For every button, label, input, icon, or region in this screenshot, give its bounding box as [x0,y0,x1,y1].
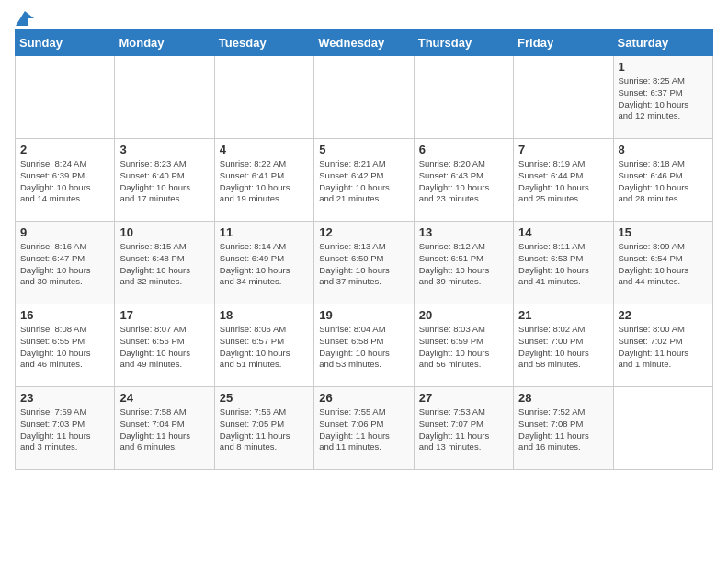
day-number: 13 [419,225,508,239]
day-cell: 25Sunrise: 7:56 AM Sunset: 7:05 PM Dayli… [214,387,313,470]
week-row-5: 23Sunrise: 7:59 AM Sunset: 7:03 PM Dayli… [16,387,713,470]
day-cell: 1Sunrise: 8:25 AM Sunset: 6:37 PM Daylig… [613,56,712,139]
day-info: Sunrise: 8:13 AM Sunset: 6:50 PM Dayligh… [319,241,408,288]
day-number: 10 [119,225,209,239]
day-number: 24 [119,391,209,405]
day-cell: 16Sunrise: 8:08 AM Sunset: 6:55 PM Dayli… [16,304,115,387]
day-number: 12 [319,225,408,239]
svg-marker-0 [16,11,34,26]
day-info: Sunrise: 8:09 AM Sunset: 6:54 PM Dayligh… [619,241,708,288]
day-info: Sunrise: 7:55 AM Sunset: 7:06 PM Dayligh… [319,407,408,454]
day-info: Sunrise: 8:18 AM Sunset: 6:46 PM Dayligh… [619,158,708,205]
day-cell: 9Sunrise: 8:16 AM Sunset: 6:47 PM Daylig… [16,222,115,304]
day-cell [16,56,115,139]
day-number: 27 [419,391,508,405]
day-cell: 21Sunrise: 8:02 AM Sunset: 7:00 PM Dayli… [514,304,613,387]
weekday-header-sunday: Sunday [16,30,115,56]
day-cell: 8Sunrise: 8:18 AM Sunset: 6:46 PM Daylig… [613,139,712,222]
day-number: 1 [619,60,708,74]
day-number: 7 [518,143,608,156]
day-cell [115,56,214,139]
day-info: Sunrise: 8:16 AM Sunset: 6:47 PM Dayligh… [20,241,109,288]
day-number: 11 [220,225,309,239]
day-cell: 20Sunrise: 8:03 AM Sunset: 6:59 PM Dayli… [414,304,513,387]
weekday-header-thursday: Thursday [414,30,513,56]
day-cell: 27Sunrise: 7:53 AM Sunset: 7:07 PM Dayli… [414,387,513,470]
day-cell: 6Sunrise: 8:20 AM Sunset: 6:43 PM Daylig… [414,139,513,222]
day-number: 28 [518,391,608,405]
day-info: Sunrise: 8:11 AM Sunset: 6:53 PM Dayligh… [518,241,608,288]
week-row-1: 1Sunrise: 8:25 AM Sunset: 6:37 PM Daylig… [16,56,713,139]
day-cell [613,387,712,470]
day-cell: 5Sunrise: 8:21 AM Sunset: 6:42 PM Daylig… [314,139,414,222]
day-number: 16 [20,308,109,322]
day-info: Sunrise: 8:06 AM Sunset: 6:57 PM Dayligh… [220,324,309,371]
day-number: 3 [119,143,209,156]
day-info: Sunrise: 8:08 AM Sunset: 6:55 PM Dayligh… [20,324,109,371]
weekday-header-saturday: Saturday [613,30,712,56]
day-number: 21 [518,308,608,322]
day-number: 19 [319,308,408,322]
day-number: 8 [619,143,708,156]
header [15,15,713,22]
day-info: Sunrise: 8:02 AM Sunset: 7:00 PM Dayligh… [518,324,608,371]
day-cell: 13Sunrise: 8:12 AM Sunset: 6:51 PM Dayli… [414,222,513,304]
day-info: Sunrise: 8:14 AM Sunset: 6:49 PM Dayligh… [220,241,309,288]
day-info: Sunrise: 8:07 AM Sunset: 6:56 PM Dayligh… [119,324,209,371]
day-cell: 19Sunrise: 8:04 AM Sunset: 6:58 PM Dayli… [314,304,414,387]
day-number: 15 [619,225,708,239]
day-cell: 15Sunrise: 8:09 AM Sunset: 6:54 PM Dayli… [613,222,712,304]
calendar-table: SundayMondayTuesdayWednesdayThursdayFrid… [15,29,713,470]
day-info: Sunrise: 7:52 AM Sunset: 7:08 PM Dayligh… [518,407,608,454]
logo-icon [16,11,34,26]
day-cell: 12Sunrise: 8:13 AM Sunset: 6:50 PM Dayli… [314,222,414,304]
day-info: Sunrise: 8:03 AM Sunset: 6:59 PM Dayligh… [419,324,508,371]
week-row-2: 2Sunrise: 8:24 AM Sunset: 6:39 PM Daylig… [16,139,713,222]
day-number: 2 [20,143,109,156]
day-number: 5 [319,143,408,156]
day-info: Sunrise: 8:23 AM Sunset: 6:40 PM Dayligh… [119,158,209,205]
day-cell: 26Sunrise: 7:55 AM Sunset: 7:06 PM Dayli… [314,387,414,470]
day-cell: 17Sunrise: 8:07 AM Sunset: 6:56 PM Dayli… [115,304,214,387]
day-number: 14 [518,225,608,239]
day-cell: 22Sunrise: 8:00 AM Sunset: 7:02 PM Dayli… [613,304,712,387]
day-number: 26 [319,391,408,405]
day-cell [514,56,613,139]
day-number: 25 [220,391,309,405]
day-info: Sunrise: 8:21 AM Sunset: 6:42 PM Dayligh… [319,158,408,205]
day-cell: 24Sunrise: 7:58 AM Sunset: 7:04 PM Dayli… [115,387,214,470]
logo [15,15,34,22]
weekday-header-row: SundayMondayTuesdayWednesdayThursdayFrid… [16,30,713,56]
day-info: Sunrise: 7:59 AM Sunset: 7:03 PM Dayligh… [20,407,109,454]
day-info: Sunrise: 7:56 AM Sunset: 7:05 PM Dayligh… [220,407,309,454]
week-row-3: 9Sunrise: 8:16 AM Sunset: 6:47 PM Daylig… [16,222,713,304]
day-cell: 3Sunrise: 8:23 AM Sunset: 6:40 PM Daylig… [115,139,214,222]
day-cell: 2Sunrise: 8:24 AM Sunset: 6:39 PM Daylig… [16,139,115,222]
day-info: Sunrise: 8:24 AM Sunset: 6:39 PM Dayligh… [20,158,109,205]
day-info: Sunrise: 7:58 AM Sunset: 7:04 PM Dayligh… [119,407,209,454]
day-info: Sunrise: 8:00 AM Sunset: 7:02 PM Dayligh… [619,324,708,371]
day-info: Sunrise: 8:15 AM Sunset: 6:48 PM Dayligh… [119,241,209,288]
day-number: 6 [419,143,508,156]
day-info: Sunrise: 8:12 AM Sunset: 6:51 PM Dayligh… [419,241,508,288]
day-cell: 23Sunrise: 7:59 AM Sunset: 7:03 PM Dayli… [16,387,115,470]
day-info: Sunrise: 8:25 AM Sunset: 6:37 PM Dayligh… [619,75,708,122]
day-cell: 18Sunrise: 8:06 AM Sunset: 6:57 PM Dayli… [214,304,313,387]
weekday-header-tuesday: Tuesday [214,30,313,56]
day-number: 18 [220,308,309,322]
day-cell: 14Sunrise: 8:11 AM Sunset: 6:53 PM Dayli… [514,222,613,304]
weekday-header-friday: Friday [514,30,613,56]
weekday-header-monday: Monday [115,30,214,56]
day-info: Sunrise: 8:20 AM Sunset: 6:43 PM Dayligh… [419,158,508,205]
day-info: Sunrise: 7:53 AM Sunset: 7:07 PM Dayligh… [419,407,508,454]
day-cell: 28Sunrise: 7:52 AM Sunset: 7:08 PM Dayli… [514,387,613,470]
day-number: 9 [20,225,109,239]
weekday-header-wednesday: Wednesday [314,30,414,56]
day-cell [414,56,513,139]
day-number: 20 [419,308,508,322]
week-row-4: 16Sunrise: 8:08 AM Sunset: 6:55 PM Dayli… [16,304,713,387]
day-cell [314,56,414,139]
day-number: 17 [119,308,209,322]
day-cell: 11Sunrise: 8:14 AM Sunset: 6:49 PM Dayli… [214,222,313,304]
day-info: Sunrise: 8:19 AM Sunset: 6:44 PM Dayligh… [518,158,608,205]
